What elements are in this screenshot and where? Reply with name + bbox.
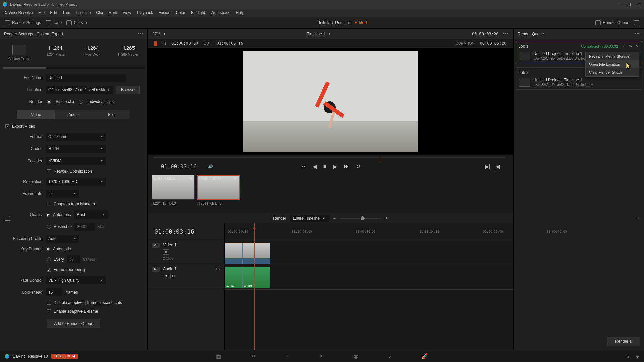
menu-item[interactable]: Fusion — [158, 10, 170, 15]
a1-track[interactable]: 1.mp3 1.mp3 — [225, 265, 513, 290]
format-select[interactable]: QuickTime▼ — [46, 133, 106, 141]
mute-button[interactable]: M — [170, 274, 176, 279]
menu-item[interactable]: Clip — [96, 10, 103, 15]
audio-icon[interactable]: ♪ — [637, 216, 639, 221]
tl-options-icon[interactable] — [5, 216, 10, 221]
menu-item[interactable]: Workspace — [211, 10, 231, 15]
restrict-radio[interactable] — [47, 225, 51, 229]
menu-item[interactable]: Help — [236, 10, 244, 15]
job-1[interactable]: Job 1 Completed in 00:00:01 ⋮ ✎ ✕ Untitl… — [516, 41, 642, 63]
ctx-reveal[interactable]: Reveal in Media Storage — [586, 52, 639, 60]
edit-page-icon[interactable]: ≡ — [286, 353, 289, 359]
menu-item[interactable]: Mark — [108, 10, 117, 15]
single-clip-radio[interactable] — [47, 100, 51, 104]
file-name-input[interactable] — [46, 74, 126, 82]
menu-item[interactable]: View — [123, 10, 131, 15]
encoder-select[interactable]: NVIDIA▼ — [46, 157, 106, 165]
scrubber[interactable] — [148, 155, 513, 160]
menu-item[interactable]: Timeline — [75, 10, 91, 15]
video-clip[interactable]: boy_... — [242, 243, 270, 264]
go-start-button[interactable]: |◀ — [494, 163, 500, 170]
playhead[interactable] — [254, 223, 255, 350]
render-settings-toggle[interactable]: Render Settings — [5, 20, 41, 25]
go-end-button[interactable]: ▶| — [485, 163, 490, 170]
resolution-select[interactable]: 644 x 362 HD▼ — [46, 178, 106, 186]
menu-icon[interactable]: ••• — [138, 32, 143, 36]
preset-h265-master[interactable]: H.265H.265 Master — [111, 42, 145, 63]
prev-button[interactable]: ◀ — [313, 163, 317, 170]
render-queue-toggle[interactable]: Render Queue — [595, 20, 629, 25]
close-button[interactable]: ✕ — [637, 2, 641, 6]
menu-item[interactable]: Color — [176, 10, 185, 15]
export-video-check[interactable] — [5, 124, 9, 128]
next-button[interactable]: ⏭ — [344, 163, 349, 169]
quality-select[interactable]: Best▼ — [74, 210, 108, 219]
add-to-queue-button[interactable]: Add to Render Queue — [47, 319, 100, 328]
browse-button[interactable]: Browse — [116, 86, 140, 94]
preset-scrollbar[interactable] — [3, 67, 145, 69]
solo-button[interactable]: S — [163, 274, 169, 279]
enable-b-check[interactable] — [47, 309, 51, 313]
viewer[interactable] — [148, 48, 513, 155]
preset-h264-master[interactable]: H.264H.264 Master — [39, 42, 72, 63]
menu-item[interactable]: Edit — [50, 10, 57, 15]
loop-button[interactable]: ↻ — [356, 163, 360, 170]
menu-item[interactable]: DaVinci Resolve — [3, 10, 33, 15]
close-icon[interactable]: ✕ — [636, 44, 639, 49]
home-icon[interactable]: ⌂ — [627, 354, 629, 359]
net-opt-check[interactable] — [47, 169, 51, 173]
tab-audio[interactable]: Audio — [55, 110, 92, 119]
v1-track[interactable]: boy_... boy_... — [225, 241, 513, 265]
zoom-in-button[interactable]: + — [385, 216, 388, 221]
settings-icon[interactable]: ⚙ — [636, 354, 639, 359]
codec-select[interactable]: H.264▼ — [46, 145, 106, 153]
menu-item[interactable]: Trim — [62, 10, 70, 15]
encprof-select[interactable]: Auto▼ — [46, 235, 79, 243]
framerate-select[interactable]: 24▼ — [46, 190, 79, 198]
render-scope-select[interactable]: Entire Timeline▼ — [290, 215, 329, 222]
maximize-button[interactable]: ☐ — [627, 2, 631, 6]
clip-card[interactable]: 01 00:00:00:00V1 H.264 High L4.0 — [152, 175, 195, 210]
menu-item[interactable]: Playback — [137, 10, 153, 15]
menu-icon[interactable]: ••• — [503, 32, 508, 36]
tab-file[interactable]: File — [93, 110, 130, 119]
a1-header[interactable]: A1 Audio 1SM 2.0 — [148, 264, 224, 288]
location-input[interactable] — [46, 86, 113, 94]
ratectl-select[interactable]: VBR High Quality▼ — [46, 276, 106, 284]
keyframes-auto-radio[interactable] — [46, 247, 50, 251]
tape-toggle[interactable]: Tape — [46, 20, 62, 25]
audio-clip[interactable]: 1.mp3 — [242, 267, 270, 288]
cut-page-icon[interactable]: ✂ — [251, 353, 256, 359]
ruler[interactable]: 01:00:00:00 01:00:08:00 01:00:16:00 01:0… — [225, 223, 513, 241]
clip-card[interactable]: 02 00:00:02:06V1 H.264 High L4.0 — [197, 175, 240, 210]
disable-i-check[interactable] — [47, 301, 51, 305]
edit-icon[interactable]: ✎ — [629, 44, 632, 49]
fusion-page-icon[interactable]: ✦ — [319, 353, 323, 359]
reorder-check[interactable] — [47, 268, 51, 272]
menu-item[interactable]: Fairlight — [191, 10, 205, 15]
play-button[interactable]: ▶ — [333, 163, 337, 170]
audio-clip[interactable]: 1.mp3 — [225, 267, 242, 288]
chapters-check[interactable] — [47, 202, 51, 206]
fairlight-page-icon[interactable]: ♪ — [388, 353, 391, 359]
deliver-page-icon[interactable]: 🚀 — [421, 353, 428, 359]
video-clip[interactable]: boy_... — [225, 243, 242, 264]
minimize-button[interactable]: — — [617, 2, 621, 6]
expand-icon[interactable] — [634, 20, 639, 25]
render-button[interactable]: Render 1 — [607, 337, 640, 346]
color-page-icon[interactable]: ◉ — [354, 353, 358, 359]
zoom-out-button[interactable]: − — [333, 216, 336, 221]
zoom-slider[interactable] — [340, 218, 381, 219]
clips-toggle[interactable]: Clips▼ — [66, 20, 88, 25]
track-icon[interactable]: ▦ — [163, 249, 169, 255]
preset-custom[interactable]: Custom Export — [3, 42, 36, 63]
first-button[interactable]: ⏮ — [301, 163, 306, 169]
stop-button[interactable]: ■ — [323, 163, 327, 169]
zoom-control[interactable]: 27%▼ — [152, 32, 166, 36]
every-radio[interactable] — [47, 257, 51, 261]
quality-auto-radio[interactable] — [46, 213, 50, 217]
preset-hyperdeck[interactable]: H.264HyperDeck — [75, 42, 109, 63]
media-page-icon[interactable]: ▦ — [216, 353, 221, 359]
menu-item[interactable]: File — [38, 10, 45, 15]
tab-video[interactable]: Video — [17, 110, 55, 119]
